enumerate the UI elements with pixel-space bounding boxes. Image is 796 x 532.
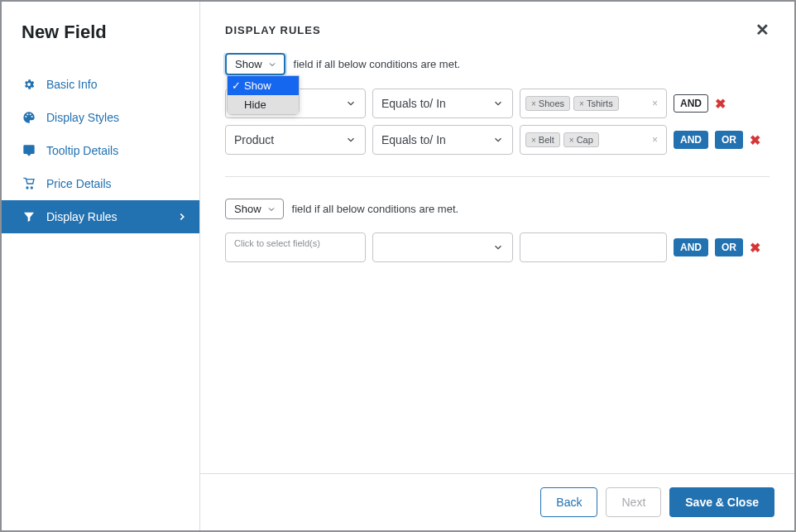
chevron-down-icon [492, 134, 504, 146]
tag-label: Shoes [539, 98, 564, 108]
chevron-down-icon [492, 242, 504, 253]
chevron-down-icon [492, 98, 504, 109]
select-value: Show [234, 203, 261, 215]
tag[interactable]: ×Tshirts [573, 96, 619, 111]
sidebar-item-basic-info[interactable]: Basic Info [2, 68, 199, 101]
tag[interactable]: ×Belt [525, 132, 560, 147]
body-row: New Field Basic Info Display Styles [2, 2, 794, 530]
chevron-down-icon [345, 134, 357, 146]
chevron-down-icon [267, 60, 277, 69]
next-button[interactable]: Next [606, 487, 661, 517]
tag-remove-icon[interactable]: × [569, 136, 574, 145]
panel-title: DISPLAY RULES [225, 24, 321, 36]
action-select[interactable]: Show [225, 199, 284, 219]
sidebar: New Field Basic Info Display Styles [2, 2, 200, 530]
remove-icon: ✖ [750, 241, 760, 255]
tag-label: Tshirts [587, 98, 613, 108]
sidebar-item-label: Basic Info [46, 78, 97, 91]
chevron-down-icon [266, 204, 276, 214]
main-inner: DISPLAY RULES ✕ Show [200, 2, 794, 530]
and-button[interactable]: AND [674, 131, 708, 149]
sidebar-item-label: Display Rules [46, 210, 117, 223]
help-text: field if all below conditions are met. [292, 203, 459, 215]
clear-tags-icon[interactable]: × [652, 98, 661, 109]
dropdown-option-show[interactable]: Show [228, 76, 299, 95]
chevron-down-icon [345, 98, 357, 109]
action-dropdown: Show Hide [227, 75, 300, 115]
footer: Back Next Save & Close [200, 473, 794, 530]
sidebar-item-display-styles[interactable]: Display Styles [2, 101, 199, 134]
palette-icon [22, 110, 36, 125]
group-divider [225, 176, 770, 177]
panel-body: Show Show Hide field if all below condit… [200, 53, 794, 473]
value-tags-input[interactable]: ×Shoes ×Tshirts × [520, 89, 667, 118]
operator-value: Equals to/ In [381, 133, 446, 146]
operator-select[interactable]: Equals to/ In [372, 125, 513, 155]
and-button[interactable]: AND [674, 238, 708, 256]
panel-header: DISPLAY RULES ✕ [200, 2, 794, 53]
cart-icon [22, 176, 36, 191]
chevron-right-icon [176, 211, 188, 223]
sidebar-item-display-rules[interactable]: Display Rules [2, 200, 199, 233]
remove-rule-button[interactable]: ✖ [750, 132, 760, 148]
tag[interactable]: ×Cap [563, 132, 599, 147]
sidebar-nav: Basic Info Display Styles Tooltip Detail… [2, 63, 199, 233]
filter-icon [22, 209, 36, 224]
or-button[interactable]: OR [715, 238, 743, 256]
tag-remove-icon[interactable]: × [531, 136, 536, 145]
main-panel: DISPLAY RULES ✕ Show [200, 2, 794, 530]
remove-rule-button[interactable]: ✖ [750, 240, 760, 256]
remove-icon: ✖ [715, 97, 726, 111]
field-value: Product [234, 133, 274, 146]
value-tags-input[interactable]: ×Belt ×Cap × [520, 125, 667, 155]
and-button[interactable]: AND [674, 94, 708, 113]
rule-row: Category Equals to/ In ×Shoes ×Tshirts × [225, 89, 770, 118]
back-button[interactable]: Back [540, 487, 597, 517]
close-button[interactable]: ✕ [755, 22, 770, 38]
clear-tags-icon[interactable]: × [652, 134, 661, 146]
tag-remove-icon[interactable]: × [579, 99, 584, 108]
group-header: Show Show Hide field if all below condit… [225, 53, 770, 75]
sidebar-item-label: Tooltip Details [46, 144, 118, 157]
help-text: field if all below conditions are met. [294, 58, 461, 70]
sidebar-item-label: Display Styles [46, 111, 119, 124]
close-icon: ✕ [755, 21, 770, 39]
operator-select[interactable]: Equals to/ In [372, 89, 513, 118]
operator-select[interactable] [372, 232, 513, 262]
select-value: Show [235, 58, 262, 70]
new-field-modal: New Field Basic Info Display Styles [0, 0, 796, 532]
sidebar-item-label: Price Details [46, 177, 112, 190]
rule-group: Show Show Hide field if all below condit… [225, 53, 770, 155]
operator-value: Equals to/ In [381, 97, 446, 110]
gear-icon [22, 77, 36, 92]
field-placeholder: Click to select field(s) [234, 238, 320, 248]
page-title: New Field [2, 2, 199, 63]
tag-label: Cap [577, 135, 593, 145]
dropdown-option-hide[interactable]: Hide [228, 95, 299, 114]
field-select[interactable]: Product [225, 125, 366, 155]
sidebar-item-tooltip-details[interactable]: Tooltip Details [2, 134, 199, 167]
tag-remove-icon[interactable]: × [531, 99, 536, 108]
value-tags-input[interactable] [520, 232, 667, 262]
remove-rule-button[interactable]: ✖ [715, 96, 726, 112]
rule-row: Click to select field(s) AND OR ✖ [225, 232, 770, 262]
tag[interactable]: ×Shoes [525, 96, 570, 111]
tag-label: Belt [539, 135, 554, 145]
action-select[interactable]: Show Show Hide [225, 53, 285, 75]
field-select[interactable]: Click to select field(s) [225, 232, 366, 262]
group-header: Show field if all below conditions are m… [225, 199, 770, 219]
chat-icon [22, 143, 36, 158]
save-close-button[interactable]: Save & Close [669, 487, 774, 517]
or-button[interactable]: OR [715, 131, 743, 149]
remove-icon: ✖ [750, 133, 760, 147]
rule-group: Show field if all below conditions are m… [225, 199, 770, 262]
rule-row: Product Equals to/ In ×Belt ×Cap × [225, 125, 770, 155]
sidebar-item-price-details[interactable]: Price Details [2, 167, 199, 200]
